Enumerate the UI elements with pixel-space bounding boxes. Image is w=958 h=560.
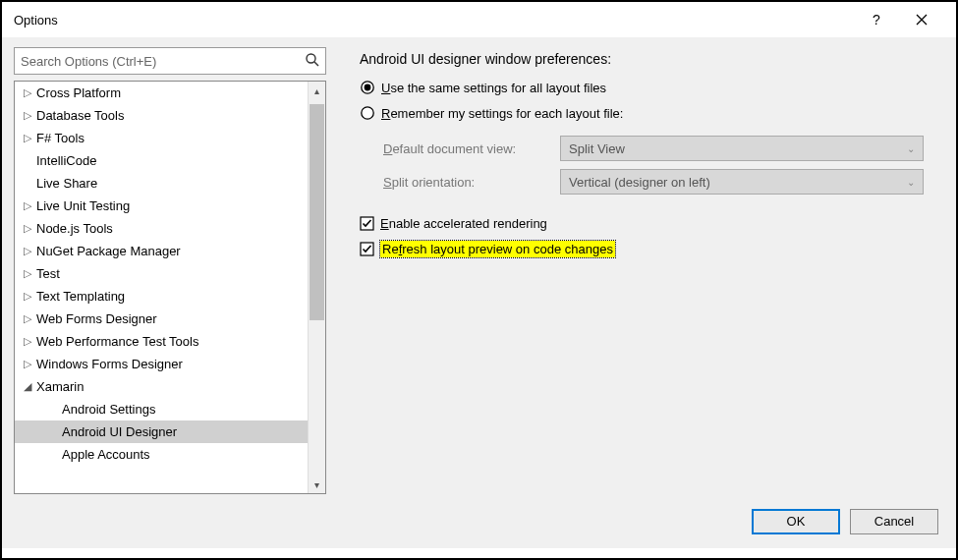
checkbox-refresh-layout-preview[interactable]: Refresh layout preview on code changes — [360, 236, 932, 261]
close-button[interactable] — [899, 5, 944, 34]
split-orientation-row: Split orientation: Vertical (designer on… — [383, 165, 932, 198]
checkbox-refresh-layout-preview-label: Refresh layout preview on code changes — [380, 241, 615, 257]
chevron-down-icon: ⌄ — [907, 143, 915, 154]
search-wrap — [14, 47, 326, 75]
default-document-view-dropdown[interactable]: Split View ⌄ — [560, 136, 924, 161]
chevron-down-icon: ⌄ — [907, 177, 915, 188]
detail-heading: Android UI designer window preferences: — [360, 51, 932, 67]
scroll-thumb[interactable] — [310, 104, 324, 320]
scroll-track[interactable] — [309, 99, 325, 476]
ok-button[interactable]: OK — [752, 509, 840, 534]
collapsed-icon[interactable]: ▷ — [21, 86, 34, 99]
window-title: Options — [14, 13, 854, 28]
svg-point-5 — [365, 84, 371, 91]
checkbox-checked-icon — [360, 216, 374, 231]
tree-item[interactable]: ▷Live Unit Testing — [15, 195, 308, 217]
split-orientation-value: Vertical (designer on left) — [569, 175, 710, 190]
collapsed-icon[interactable]: ▷ — [21, 132, 34, 144]
tree-scrollbar[interactable]: ▴ ▾ — [308, 82, 325, 493]
tree-item[interactable]: Apple Accounts — [15, 443, 308, 466]
close-icon — [916, 14, 928, 26]
tree-item[interactable]: ▷Text Templating — [15, 285, 308, 308]
tree-item-label: Web Forms Designer — [34, 311, 157, 326]
tree-item-label: Windows Forms Designer — [34, 357, 183, 371]
tree-item-label: Database Tools — [34, 108, 124, 123]
tree-item[interactable]: IntelliCode — [15, 149, 308, 172]
tree-item[interactable]: ▷F# Tools — [15, 127, 308, 149]
tree-item[interactable]: ▷Web Forms Designer — [15, 308, 308, 330]
tree-item[interactable]: Android UI Designer — [15, 420, 308, 443]
default-document-view-value: Split View — [569, 141, 625, 156]
content-area: ▷Cross Platform▷Database Tools▷F# ToolsI… — [2, 37, 956, 494]
radio-remember-per-file-label: Remember my settings for each layout fil… — [381, 106, 623, 121]
tree-item-label: Node.js Tools — [34, 221, 113, 236]
tree-item[interactable]: ▷NuGet Package Manager — [15, 240, 308, 262]
detail-pane: Android UI designer window preferences: … — [326, 47, 944, 494]
tree-item-label: Android UI Designer — [60, 424, 177, 439]
collapsed-icon[interactable]: ▷ — [21, 245, 34, 257]
radio-unselected-icon — [360, 105, 375, 121]
collapsed-icon[interactable]: ▷ — [21, 109, 34, 122]
checkbox-enable-accelerated-rendering[interactable]: Enable accelerated rendering — [360, 210, 932, 236]
tree-item[interactable]: Android Settings — [15, 398, 308, 420]
tree-item[interactable]: ▷Node.js Tools — [15, 217, 308, 240]
tree-item[interactable]: Live Share — [15, 172, 308, 195]
collapsed-icon[interactable]: ▷ — [21, 267, 34, 280]
default-document-view-label: Default document view: — [383, 141, 560, 156]
tree-item-label: Live Share — [34, 176, 97, 191]
tree-item[interactable]: ◢Xamarin — [15, 375, 308, 398]
collapsed-icon[interactable]: ▷ — [21, 290, 34, 303]
cancel-button[interactable]: Cancel — [850, 509, 938, 534]
collapsed-icon[interactable]: ▷ — [21, 312, 34, 325]
titlebar: Options ? — [2, 2, 956, 37]
checkbox-enable-accelerated-rendering-label: Enable accelerated rendering — [380, 216, 547, 231]
scroll-down-button[interactable]: ▾ — [309, 476, 325, 493]
search-input[interactable] — [14, 47, 326, 75]
tree-item-label: Live Unit Testing — [34, 198, 130, 213]
tree-item-label: IntelliCode — [34, 153, 96, 168]
per-file-subform: Default document view: Split View ⌄ Spli… — [383, 132, 932, 198]
tree-item-label: Test — [34, 266, 60, 281]
radio-use-same-settings[interactable]: Use the same settings for all layout fil… — [360, 75, 932, 100]
collapsed-icon[interactable]: ▷ — [21, 222, 34, 235]
tree-item[interactable]: ▷Web Performance Test Tools — [15, 330, 308, 353]
collapsed-icon[interactable]: ▷ — [21, 199, 34, 212]
svg-point-2 — [307, 54, 315, 63]
checkbox-checked-icon — [360, 242, 374, 256]
tree-item[interactable]: ▷Test — [15, 262, 308, 285]
collapsed-icon[interactable]: ▷ — [21, 358, 34, 370]
radio-selected-icon — [360, 80, 375, 95]
tree-item[interactable]: ▷Database Tools — [15, 104, 308, 127]
split-orientation-label: Split orientation: — [383, 175, 560, 190]
tree-item-label: NuGet Package Manager — [34, 244, 181, 258]
options-tree: ▷Cross Platform▷Database Tools▷F# ToolsI… — [14, 81, 326, 494]
dialog-footer: OK Cancel — [2, 494, 956, 548]
radio-remember-per-file[interactable]: Remember my settings for each layout fil… — [360, 100, 932, 126]
tree-scroll-area: ▷Cross Platform▷Database Tools▷F# ToolsI… — [15, 82, 308, 493]
radio-use-same-settings-label: Use the same settings for all layout fil… — [381, 81, 606, 95]
tree-item-label: Android Settings — [60, 402, 155, 417]
tree-item-label: Xamarin — [34, 379, 84, 394]
collapsed-icon[interactable]: ▷ — [21, 335, 34, 348]
tree-item[interactable]: ▷Cross Platform — [15, 82, 308, 104]
tree-item-label: Apple Accounts — [60, 447, 150, 462]
svg-line-3 — [314, 62, 318, 66]
scroll-up-button[interactable]: ▴ — [309, 82, 325, 99]
tree-item-label: F# Tools — [34, 131, 85, 145]
svg-point-6 — [362, 107, 373, 119]
split-orientation-dropdown[interactable]: Vertical (designer on left) ⌄ — [560, 169, 924, 195]
tree-item-label: Web Performance Test Tools — [34, 334, 198, 349]
search-icon[interactable] — [305, 52, 320, 71]
expanded-icon[interactable]: ◢ — [21, 380, 34, 393]
tree-item-label: Cross Platform — [34, 85, 121, 100]
tree-item-label: Text Templating — [34, 289, 125, 304]
help-button[interactable]: ? — [854, 5, 899, 34]
tree-item[interactable]: ▷Windows Forms Designer — [15, 353, 308, 375]
left-pane: ▷Cross Platform▷Database Tools▷F# ToolsI… — [14, 47, 326, 494]
default-document-view-row: Default document view: Split View ⌄ — [383, 132, 932, 165]
